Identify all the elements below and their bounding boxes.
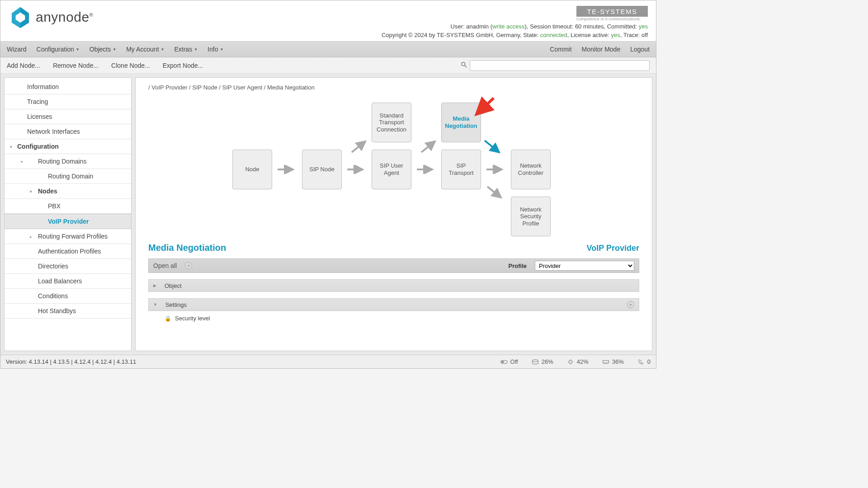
setting-security-level-label: Security level — [175, 315, 210, 322]
panel-settings[interactable]: ▼ Settings + — [148, 298, 639, 311]
add-setting-icon[interactable]: + — [627, 301, 634, 308]
app-name: anynode® — [36, 9, 93, 25]
menu-configuration[interactable]: Configuration ▼ — [37, 46, 80, 53]
sidebar[interactable]: Information Tracing Licenses Network Int… — [4, 77, 132, 351]
menu-extras[interactable]: Extras ▼ — [174, 46, 198, 53]
expand-icon: ▶ — [153, 283, 156, 288]
diagram-standard-transport[interactable]: Standard Transport Connection — [372, 103, 411, 142]
sidebar-configuration[interactable]: Configuration — [5, 139, 131, 154]
profile-label: Profile — [509, 263, 527, 269]
action-remove-node[interactable]: Remove Node... — [53, 62, 99, 69]
sidebar-tracing[interactable]: Tracing — [5, 94, 131, 109]
sidebar-pbx[interactable]: PBX — [5, 199, 131, 214]
arrow-teal-icon — [483, 137, 504, 157]
content-toolbar: Open all + Profile Provider — [148, 258, 639, 273]
vendor-tagline: competence in e-communications. — [576, 17, 648, 21]
status-bar: Version: 4.13.14 | 4.13.5 | 4.12.4 | 4.1… — [0, 355, 656, 368]
sidebar-nodes[interactable]: Nodes — [5, 184, 131, 199]
menu-objects[interactable]: Objects ▼ — [90, 46, 116, 53]
search-icon[interactable] — [461, 61, 467, 69]
svg-line-10 — [478, 98, 494, 113]
sidebar-directories[interactable]: Directories — [5, 259, 131, 274]
sidebar-information[interactable]: Information — [5, 80, 131, 94]
panel-object[interactable]: ▶ Object — [148, 279, 639, 292]
open-all-button[interactable]: Open all — [153, 262, 177, 269]
diagram-sip-user-agent[interactable]: SIP User Agent — [372, 150, 411, 189]
arrow-diag-icon — [420, 138, 439, 156]
arrow-red-pointer-icon — [474, 95, 496, 118]
sidebar-routing-forward-profiles[interactable]: Routing Forward Profiles — [5, 229, 131, 244]
sidebar-hot-standbys[interactable]: Hot Standbys — [5, 304, 131, 319]
status-copyright-line: Copyright © 2024 by TE-SYSTEMS GmbH, Ger… — [382, 32, 648, 38]
diagram-network-controller[interactable]: Network Controller — [511, 150, 551, 189]
phone-icon — [637, 359, 645, 365]
diagram-sip-transport[interactable]: SIP Transport — [441, 150, 481, 189]
action-export-node[interactable]: Export Node... — [163, 62, 203, 69]
sidebar-conditions[interactable]: Conditions — [5, 289, 131, 304]
search-input[interactable] — [470, 60, 650, 71]
footer-memory: 36% — [602, 358, 624, 365]
svg-line-7 — [421, 141, 435, 152]
anynode-logo-icon — [9, 5, 32, 29]
setting-security-level[interactable]: 🔒 Security level — [148, 311, 639, 325]
section-title: Media Negotiation — [148, 243, 226, 253]
menu-my-account[interactable]: My Account ▼ — [126, 46, 164, 53]
collapse-icon: ▼ — [153, 302, 157, 307]
sidebar-authentication-profiles[interactable]: Authentication Profiles — [5, 244, 131, 259]
svg-point-12 — [501, 361, 504, 363]
action-clone-node[interactable]: Clone Node... — [111, 62, 150, 69]
svg-line-8 — [487, 187, 501, 197]
svg-point-13 — [532, 360, 538, 362]
svg-rect-19 — [603, 360, 609, 363]
diagram-node[interactable]: Node — [232, 150, 272, 189]
app-logo[interactable]: anynode® — [9, 5, 93, 29]
footer-off: Off — [500, 358, 518, 365]
section-context: VoIP Provider — [587, 244, 639, 253]
breadcrumb: / VoIP Provider / SIP Node / SIP User Ag… — [148, 84, 639, 91]
menu-logout[interactable]: Logout — [630, 46, 650, 53]
svg-point-0 — [462, 62, 465, 66]
action-add-node[interactable]: Add Node... — [7, 62, 40, 69]
sidebar-licenses[interactable]: Licenses — [5, 109, 131, 124]
cpu-icon — [567, 359, 574, 365]
svg-line-9 — [485, 141, 499, 152]
footer-calls: 0 — [637, 358, 651, 365]
disk-icon — [532, 359, 539, 365]
arrow-icon — [346, 165, 366, 174]
menu-commit[interactable]: Commit — [550, 46, 571, 53]
flow-diagram: Node SIP Node SIP User Agent Standard Tr… — [148, 95, 639, 240]
sidebar-routing-domain[interactable]: Routing Domain — [5, 169, 131, 184]
search-box — [461, 60, 650, 71]
main-panel[interactable]: / VoIP Provider / SIP Node / SIP User Ag… — [135, 77, 652, 351]
footer-cpu: 42% — [567, 358, 589, 365]
arrow-icon — [416, 165, 436, 174]
sidebar-network-interfaces[interactable]: Network Interfaces — [5, 124, 131, 139]
diagram-network-security[interactable]: Network Security Profile — [511, 197, 551, 236]
lock-icon: 🔒 — [165, 315, 171, 322]
menu-wizard[interactable]: Wizard — [7, 46, 27, 53]
main-menu: Wizard Configuration ▼ Objects ▼ My Acco… — [0, 41, 656, 57]
menu-info[interactable]: Info ▼ — [208, 46, 223, 53]
panel-object-label: Object — [165, 282, 182, 289]
arrow-diag-down-icon — [486, 183, 505, 201]
svg-line-6 — [352, 141, 365, 152]
version-label: Version: 4.13.14 | 4.13.5 | 4.12.4 | 4.1… — [6, 358, 136, 365]
sidebar-voip-provider[interactable]: VoIP Provider — [5, 214, 131, 229]
arrow-icon — [486, 165, 505, 174]
svg-rect-14 — [569, 361, 572, 363]
profile-select[interactable]: Provider — [535, 261, 634, 271]
status-user-line: User: anadmin (write access), Session ti… — [451, 23, 648, 30]
add-icon[interactable]: + — [185, 262, 192, 269]
toggle-icon — [500, 359, 508, 365]
action-bar: Add Node... Remove Node... Clone Node...… — [0, 57, 656, 74]
vendor-logo: TE-SYSTEMS — [576, 6, 648, 17]
sidebar-load-balancers[interactable]: Load Balancers — [5, 274, 131, 289]
menu-monitor-mode[interactable]: Monitor Mode — [582, 46, 621, 53]
svg-line-1 — [465, 66, 467, 67]
sidebar-routing-domains[interactable]: Routing Domains — [5, 154, 131, 169]
header: anynode® TE-SYSTEMS competence in e-comm… — [0, 0, 656, 41]
footer-disk: 26% — [532, 358, 553, 365]
diagram-sip-node[interactable]: SIP Node — [302, 150, 342, 189]
memory-icon — [602, 359, 609, 365]
arrow-icon — [277, 165, 297, 174]
